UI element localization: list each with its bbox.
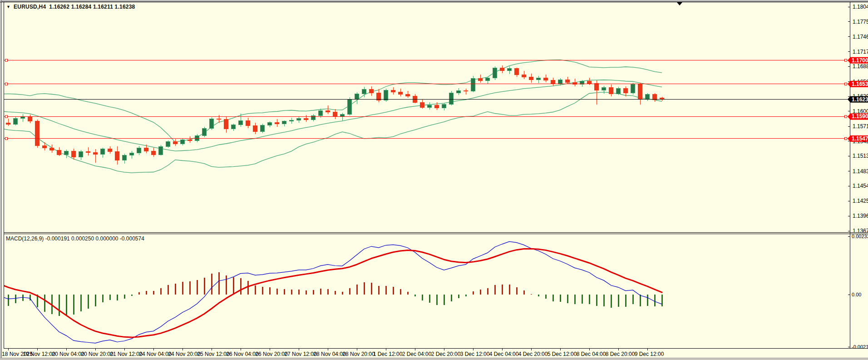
candle-body bbox=[0, 119, 3, 123]
candle-body bbox=[399, 92, 403, 95]
price-badge: 1.16538 bbox=[848, 81, 868, 87]
candle-body bbox=[595, 83, 599, 90]
candle-body bbox=[420, 102, 424, 107]
candle-body bbox=[486, 78, 490, 81]
candle-body bbox=[442, 105, 446, 108]
candle-body bbox=[188, 140, 192, 140]
candle-body bbox=[384, 90, 388, 100]
price-tick-label: 1.17755 bbox=[853, 19, 868, 25]
line-handle[interactable] bbox=[845, 137, 847, 140]
candle-body bbox=[72, 151, 76, 157]
symbol-dropdown-icon[interactable]: ▼ bbox=[6, 5, 10, 9]
line-handle[interactable] bbox=[845, 115, 847, 118]
candle-body bbox=[537, 78, 541, 80]
candle-body bbox=[457, 90, 461, 93]
candle-body bbox=[638, 85, 642, 100]
time-tick-label: 8 Dec 04:00 bbox=[577, 351, 606, 357]
line-handle[interactable] bbox=[5, 83, 8, 85]
price-axis[interactable]: 1.180451.177551.174601.171701.168801.165… bbox=[848, 4, 868, 350]
price-tick-label: 1.13960 bbox=[853, 213, 868, 219]
candle-body bbox=[94, 153, 98, 155]
candle-body bbox=[130, 153, 134, 155]
time-tick-label: 25 Nov 12:00 bbox=[197, 351, 230, 357]
time-tick-label: 27 Nov 12:00 bbox=[284, 351, 317, 357]
time-tick-label: 28 Nov 20:00 bbox=[342, 351, 375, 357]
chart-window: 1.180451.177551.174601.171701.168801.165… bbox=[0, 0, 868, 360]
candle-body bbox=[362, 90, 366, 94]
candle-body bbox=[137, 148, 141, 153]
candle-body bbox=[471, 78, 475, 91]
macd-histogram bbox=[1, 272, 662, 316]
candle-body bbox=[57, 150, 61, 155]
candle-body bbox=[602, 87, 606, 90]
horizontal-line[interactable] bbox=[4, 137, 850, 140]
time-tick-label: 1 Dec 12:00 bbox=[373, 351, 403, 357]
svg-text:1.17001: 1.17001 bbox=[852, 57, 868, 64]
candle-body bbox=[224, 119, 228, 129]
candle-body bbox=[631, 85, 635, 93]
line-handle[interactable] bbox=[845, 83, 847, 85]
candle-body bbox=[370, 90, 374, 93]
candle-body bbox=[391, 90, 395, 92]
time-tick-label: 19 Nov 12:00 bbox=[23, 351, 55, 357]
candle-body bbox=[210, 119, 214, 128]
candle-body bbox=[28, 116, 32, 121]
price-tick-label: 1.15130 bbox=[853, 153, 868, 159]
candle-body bbox=[544, 78, 548, 80]
line-handle[interactable] bbox=[5, 59, 8, 61]
line-handle[interactable] bbox=[845, 59, 847, 61]
time-tick-label: 5 Dec 12:00 bbox=[547, 351, 577, 357]
price-tick-label: 1.17460 bbox=[853, 34, 868, 40]
candle-body bbox=[152, 151, 156, 155]
candle-body bbox=[493, 68, 497, 78]
horizontal-line[interactable] bbox=[4, 115, 850, 118]
ohlc-readout: 1.16262 1.16284 1.16211 1.16238 bbox=[49, 4, 135, 10]
candle-body bbox=[181, 140, 185, 144]
candle-body bbox=[624, 89, 628, 93]
price-tick-label: 1.14255 bbox=[853, 198, 868, 204]
window-bottom-edge bbox=[0, 358, 868, 360]
bollinger-middle-line bbox=[1, 80, 662, 151]
candle-body bbox=[529, 77, 533, 80]
candle-body bbox=[275, 122, 279, 124]
symbol-title-text: EURUSD,H4 1.16262 1.16284 1.16211 1.1623… bbox=[14, 4, 135, 10]
line-handle[interactable] bbox=[5, 115, 8, 118]
candle-body bbox=[551, 80, 555, 84]
time-tick-label: 3 Dec 12:00 bbox=[460, 351, 490, 357]
candle-body bbox=[108, 149, 112, 152]
candle-body bbox=[464, 90, 468, 91]
candle-body bbox=[355, 94, 359, 99]
candle-body bbox=[587, 81, 592, 84]
candle-body bbox=[202, 129, 207, 136]
candle-body bbox=[261, 125, 265, 132]
time-tick-label: 20 Nov 04:00 bbox=[52, 351, 84, 357]
candle-body bbox=[435, 105, 439, 108]
time-tick-label: 21 Nov 12:00 bbox=[110, 351, 143, 357]
candle-body bbox=[43, 146, 47, 148]
candle-body bbox=[319, 110, 323, 115]
time-tick-label: 24 Nov 04:00 bbox=[139, 351, 172, 357]
candle-body bbox=[217, 119, 221, 119]
candle-body bbox=[340, 114, 345, 117]
macd-line bbox=[1, 241, 662, 343]
candle-body bbox=[653, 94, 657, 100]
chart-canvas[interactable]: 1.180451.177551.174601.171701.168801.165… bbox=[0, 0, 868, 360]
price-tick-label: 1.14835 bbox=[853, 168, 868, 175]
chart-shift-marker-icon[interactable] bbox=[677, 2, 682, 5]
horizontal-line[interactable] bbox=[4, 59, 850, 61]
bollinger-bands bbox=[1, 60, 662, 173]
macd-tick-label: 0.00 bbox=[852, 292, 861, 297]
candle-body bbox=[159, 146, 163, 155]
candle-body bbox=[508, 69, 512, 71]
macd-indicator-label: MACD(12,26,9) -0.000191 0.000250 0.00000… bbox=[6, 235, 144, 242]
candle-body bbox=[79, 151, 83, 157]
candle-body bbox=[35, 121, 39, 146]
time-axis[interactable]: 18 Nov 202519 Nov 12:0020 Nov 04:0020 No… bbox=[2, 348, 664, 357]
price-tick-label: 1.16880 bbox=[853, 63, 868, 70]
line-handle[interactable] bbox=[5, 137, 8, 140]
candle-body bbox=[609, 87, 613, 94]
candle-body bbox=[311, 115, 316, 120]
candle-body bbox=[232, 125, 236, 129]
candle-body bbox=[282, 121, 286, 124]
panel-borders bbox=[0, 2, 868, 349]
